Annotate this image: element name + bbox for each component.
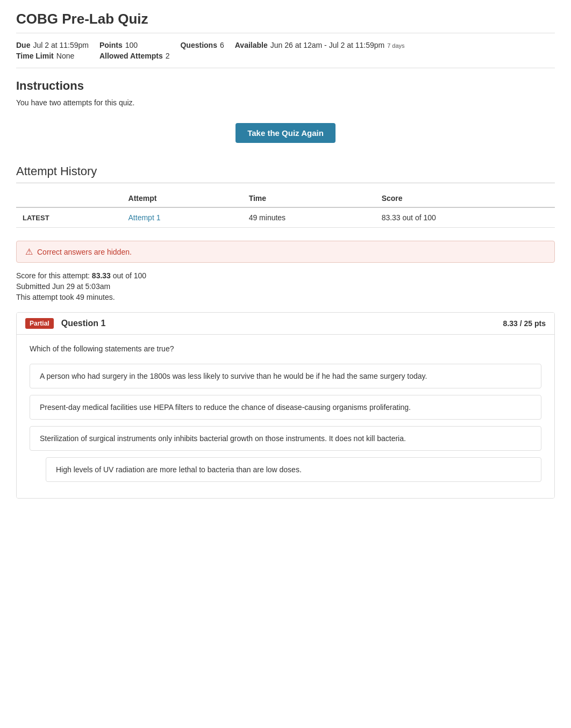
meta-questions: Questions 6 (180, 41, 224, 49)
question-section-1: Partial Question 1 8.33 / 25 pts Which o… (16, 312, 555, 499)
question-header: Partial Question 1 8.33 / 25 pts (17, 313, 554, 335)
meta-points: Points 100 (99, 41, 170, 49)
allowed-attempts-label: Allowed Attempts (99, 52, 163, 60)
questions-label: Questions (180, 41, 217, 49)
meta-available: Available Jun 26 at 12am - Jul 2 at 11:5… (235, 41, 555, 49)
submitted-info: Submitted Jun 29 at 5:03am (16, 282, 555, 291)
available-value: Jun 26 at 12am - Jul 2 at 11:59pm (270, 41, 384, 49)
attempt-history-section: Attempt History Attempt Time Score LATES… (16, 164, 555, 228)
allowed-attempts-value: 2 (166, 52, 170, 60)
due-label: Due (16, 41, 30, 49)
meta-due: Due Jul 2 at 11:59pm (16, 41, 89, 49)
score-value: 83.33 (92, 271, 111, 280)
available-suffix: 7 days (387, 42, 404, 49)
duration-info: This attempt took 49 minutes. (16, 293, 555, 301)
take-quiz-button[interactable]: Take the Quiz Again (235, 123, 336, 143)
answer-option-4: High levels of UV radiation are more let… (46, 457, 541, 482)
warning-box: ⚠ Correct answers are hidden. (16, 241, 555, 263)
available-label: Available (235, 41, 268, 49)
question-header-left: Partial Question 1 (25, 318, 105, 329)
time-limit-label: Time Limit (16, 52, 54, 60)
instructions-section: Instructions You have two attempts for t… (16, 79, 555, 107)
score-label: Score for this attempt: (16, 271, 90, 280)
table-header-row: Attempt Time Score (16, 190, 555, 207)
quiz-meta: Due Jul 2 at 11:59pm Points 100 Question… (16, 41, 555, 68)
attempt-history-table: Attempt Time Score LATEST Attempt 1 49 m… (16, 190, 555, 228)
due-value: Jul 2 at 11:59pm (33, 41, 89, 49)
row-time: 49 minutes (242, 207, 375, 228)
page-title: COBG Pre-Lab Quiz (16, 11, 555, 33)
question-points: 8.33 / 25 pts (503, 319, 546, 328)
row-attempt[interactable]: Attempt 1 (122, 207, 242, 228)
questions-value: 6 (220, 41, 224, 49)
meta-allowed-attempts: Allowed Attempts 2 (99, 52, 170, 60)
col-time: Time (242, 190, 375, 207)
attempt-history-title: Attempt History (16, 164, 555, 183)
instructions-body: You have two attempts for this quiz. (16, 98, 555, 107)
col-tag (16, 190, 122, 207)
score-info-line: Score for this attempt: 83.33 out of 100 (16, 271, 555, 280)
meta-time-limit: Time Limit None (16, 52, 89, 60)
warning-icon: ⚠ (25, 247, 33, 257)
answer-option-3: Sterilization of surgical instruments on… (30, 426, 541, 451)
answer-option-1: A person who had surgery in the 1800s wa… (30, 364, 541, 388)
answer-option-2: Present-day medical facilities use HEPA … (30, 395, 541, 420)
table-row: LATEST Attempt 1 49 minutes 83.33 out of… (16, 207, 555, 228)
col-attempt: Attempt (122, 190, 242, 207)
warning-text: Correct answers are hidden. (37, 248, 132, 256)
instructions-title: Instructions (16, 79, 555, 93)
questions-container: Partial Question 1 8.33 / 25 pts Which o… (16, 312, 555, 499)
row-tag: LATEST (16, 207, 122, 228)
partial-badge: Partial (25, 318, 54, 329)
col-score: Score (375, 190, 555, 207)
take-quiz-wrapper: Take the Quiz Again (16, 123, 555, 143)
time-limit-value: None (56, 52, 74, 60)
question-body: Which of the following statements are tr… (17, 335, 554, 498)
row-score: 83.33 out of 100 (375, 207, 555, 228)
score-suffix: out of 100 (113, 271, 146, 280)
points-label: Points (99, 41, 123, 49)
question-title: Question 1 (61, 319, 106, 328)
points-value: 100 (125, 41, 138, 49)
question-prompt: Which of the following statements are tr… (30, 344, 541, 353)
result-section: ⚠ Correct answers are hidden. Score for … (16, 241, 555, 301)
